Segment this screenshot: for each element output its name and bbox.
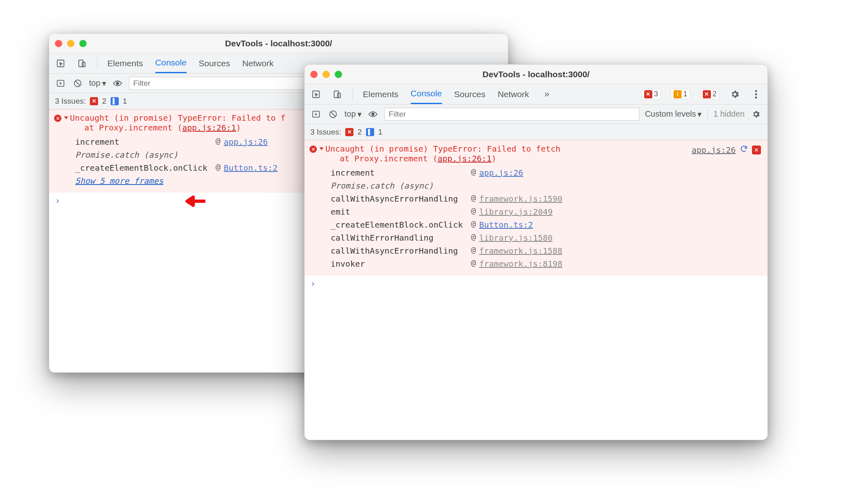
overflow-icon[interactable]: » <box>541 89 553 100</box>
stack-frame[interactable]: increment @ app.js:26 <box>75 136 278 148</box>
more-icon[interactable] <box>750 89 762 100</box>
levels-label: Custom levels <box>645 109 696 119</box>
error-source-link[interactable]: app.js:26 <box>692 145 736 155</box>
issues-bar[interactable]: 3 Issues: ✕ 2 ▌ 1 <box>305 124 767 140</box>
context-label: top <box>344 109 356 119</box>
maximize-icon[interactable] <box>79 40 87 47</box>
hidden-count[interactable]: 1 hidden <box>713 109 745 119</box>
clear-console-icon[interactable] <box>327 109 339 120</box>
dismiss-icon[interactable]: ✕ <box>752 146 761 154</box>
filter-input[interactable] <box>384 108 639 121</box>
source-link[interactable]: Button.ts:2 <box>479 220 533 230</box>
disclosure-triangle-icon[interactable] <box>320 148 324 150</box>
source-link[interactable]: framework.js:8198 <box>479 259 562 269</box>
svg-point-16 <box>371 113 375 116</box>
error-source-link[interactable]: app.js:26:1 <box>182 123 236 133</box>
console-prompt[interactable]: › <box>305 275 767 292</box>
chevron-down-icon: ▾ <box>697 109 702 119</box>
panel-tabbar: Elements Console Sources Network » ✕3 !1… <box>305 84 767 104</box>
stack-frame[interactable]: callWithErrorHandling@library.js:1580 <box>331 232 562 244</box>
context-selector[interactable]: top ▾ <box>344 109 362 119</box>
disclosure-triangle-icon[interactable] <box>64 117 68 119</box>
titlebar[interactable]: DevTools - localhost:3000/ <box>49 34 508 53</box>
minimize-icon[interactable] <box>323 71 330 78</box>
error-icon: ✕ <box>644 90 652 98</box>
live-expression-icon[interactable] <box>367 109 379 120</box>
live-expression-icon[interactable] <box>112 78 123 89</box>
tab-elements[interactable]: Elements <box>363 85 399 104</box>
tab-console[interactable]: Console <box>155 53 187 73</box>
inspect-icon[interactable] <box>310 89 322 100</box>
device-toggle-icon[interactable] <box>331 89 343 100</box>
titlebar[interactable]: DevTools - localhost:3000/ <box>305 65 767 84</box>
issues-err-count: 2 <box>102 97 107 106</box>
chevron-down-icon: ▾ <box>102 78 106 88</box>
annotation-arrow-icon <box>185 195 205 207</box>
warning-count-badge[interactable]: !1 <box>671 89 690 99</box>
source-link[interactable]: framework.js:1590 <box>479 194 562 204</box>
stack-trace: increment@app.js:26 Promise.catch (async… <box>330 166 563 271</box>
context-label: top <box>89 78 100 88</box>
svg-line-5 <box>76 81 80 85</box>
stack-frame[interactable]: callWithAsyncErrorHandling@framework.js:… <box>331 245 562 257</box>
minimize-icon[interactable] <box>67 40 74 47</box>
tab-console[interactable]: Console <box>411 84 442 104</box>
source-link[interactable]: framework.js:1588 <box>479 246 562 256</box>
stack-frame[interactable]: _createElementBlock.onClick @ Button.ts:… <box>75 162 278 174</box>
svg-point-11 <box>755 93 757 95</box>
devtools-window-b: DevTools - localhost:3000/ Elements Cons… <box>304 64 768 440</box>
svg-point-10 <box>755 90 757 92</box>
reload-icon[interactable] <box>740 145 748 155</box>
context-selector[interactable]: top ▾ <box>89 78 106 88</box>
error-icon: ✕ <box>54 115 61 122</box>
stack-frame[interactable]: callWithAsyncErrorHandling@framework.js:… <box>331 193 562 205</box>
stack-frame[interactable]: invoker@framework.js:8198 <box>331 258 562 270</box>
sidebar-toggle-icon[interactable] <box>55 78 66 89</box>
stack-frame-async: Promise.catch (async) <box>331 180 562 192</box>
stack-frame[interactable]: _createElementBlock.onClick@Button.ts:2 <box>331 219 562 231</box>
error-source-link[interactable]: app.js:26:1 <box>438 154 491 163</box>
close-icon[interactable] <box>310 71 318 78</box>
close-icon[interactable] <box>55 40 62 47</box>
source-link[interactable]: app.js:26 <box>224 137 268 147</box>
error-icon: ✕ <box>309 146 317 153</box>
console-output: ✕ app.js:26 ✕ Uncaught (in promise) Type… <box>305 140 767 440</box>
issue-count-badge[interactable]: ✕2 <box>700 89 719 99</box>
traffic-lights <box>55 40 87 47</box>
source-link[interactable]: library.js:1580 <box>479 233 553 243</box>
divider <box>353 89 353 100</box>
stack-frame[interactable]: increment@app.js:26 <box>331 167 562 179</box>
tab-network[interactable]: Network <box>242 54 274 73</box>
error-badge-icon: ✕ <box>345 128 353 136</box>
issues-label: 3 Issues: <box>55 97 86 106</box>
error-count-badge[interactable]: ✕3 <box>641 89 661 99</box>
tab-elements[interactable]: Elements <box>107 54 143 73</box>
console-toolbar: top ▾ Custom levels ▾ 1 hidden <box>305 104 767 124</box>
tab-sources[interactable]: Sources <box>199 54 230 73</box>
console-settings-icon[interactable] <box>750 109 762 120</box>
tabs: Elements Console Sources Network » <box>363 84 632 104</box>
tab-network[interactable]: Network <box>498 85 529 104</box>
source-link[interactable]: Button.ts:2 <box>224 163 277 173</box>
divider <box>707 109 708 119</box>
issues-err-count: 2 <box>357 128 362 137</box>
svg-rect-2 <box>82 62 85 67</box>
sidebar-toggle-icon[interactable] <box>310 109 322 120</box>
source-link[interactable]: library.js:2049 <box>479 207 553 217</box>
settings-icon[interactable] <box>729 89 741 100</box>
warning-icon: ! <box>673 90 682 98</box>
error-icon: ✕ <box>703 90 711 98</box>
console-error-entry[interactable]: ✕ app.js:26 ✕ Uncaught (in promise) Type… <box>305 140 767 275</box>
maximize-icon[interactable] <box>335 71 342 78</box>
show-more-frames-link[interactable]: Show 5 more frames <box>75 176 163 186</box>
issues-label: 3 Issues: <box>310 128 341 137</box>
stack-frame[interactable]: emit@library.js:2049 <box>331 206 562 218</box>
clear-console-icon[interactable] <box>72 78 83 89</box>
inspect-icon[interactable] <box>55 58 66 69</box>
source-link[interactable]: app.js:26 <box>479 168 523 178</box>
device-toggle-icon[interactable] <box>76 58 87 69</box>
log-level-selector[interactable]: Custom levels ▾ <box>645 109 702 119</box>
svg-rect-9 <box>338 93 340 98</box>
tab-sources[interactable]: Sources <box>454 85 486 104</box>
issues-msg-count: 1 <box>378 128 383 137</box>
